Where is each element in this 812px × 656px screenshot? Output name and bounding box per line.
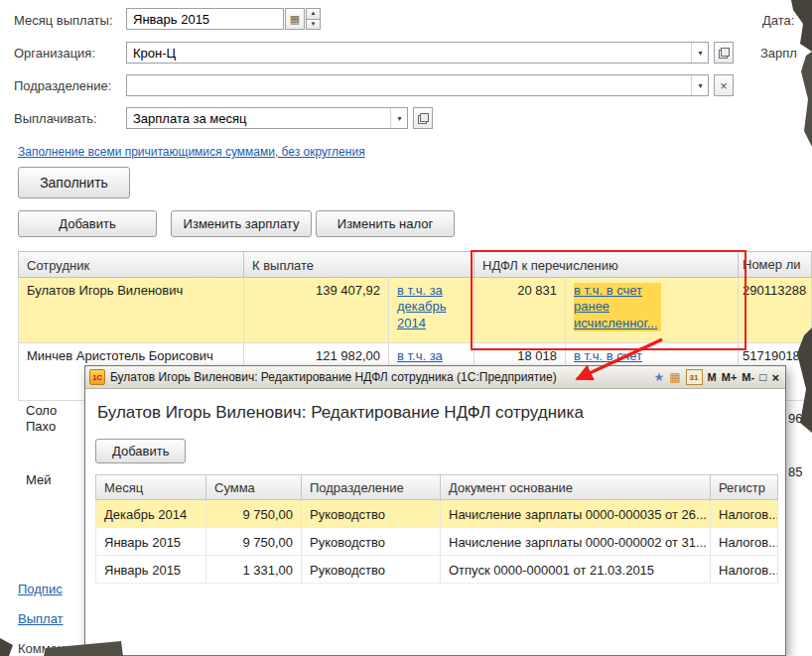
organization-dropdown[interactable]: ▾: [691, 43, 709, 63]
chevron-down-icon: ▾: [397, 114, 401, 123]
payment-link[interactable]: Выплат: [18, 611, 79, 626]
header-account[interactable]: Номер ли: [739, 251, 812, 278]
pay-mode-input[interactable]: [126, 107, 408, 129]
chevron-down-icon: ▾: [698, 49, 702, 58]
cell-department[interactable]: Руководство: [302, 556, 441, 584]
dialog-titlebar[interactable]: 1С Булатов Игорь Виленович: Редактирован…: [85, 366, 785, 389]
month-input[interactable]: [126, 8, 284, 30]
close-icon[interactable]: ×: [771, 371, 779, 384]
calendar-icon[interactable]: 31: [686, 369, 703, 385]
add-row-button[interactable]: Добавить: [18, 210, 157, 237]
memory-minus-button[interactable]: М-: [742, 371, 754, 383]
organization-open-button[interactable]: [714, 42, 734, 64]
department-label: Подразделение:: [14, 78, 111, 93]
dialog-add-button[interactable]: Добавить: [95, 439, 186, 463]
header-sum[interactable]: Сумма: [206, 474, 302, 500]
header-month[interactable]: Месяц: [95, 474, 206, 500]
active-cell-highlight: в т.ч. в счет ранее исчисленног...: [574, 283, 661, 331]
dialog-heading: Булатов Игорь Виленович: Редактирование …: [97, 403, 773, 423]
cell-document[interactable]: Отпуск 0000-000001 от 21.03.2015: [441, 556, 711, 584]
change-tax-button[interactable]: Изменить налог: [316, 210, 455, 237]
to-pay-detail-link[interactable]: в т.ч. за декабрь 2014: [397, 283, 467, 331]
salary-cut-label: Зарпл: [760, 46, 797, 61]
hidden-row-fragment: Соло: [26, 403, 57, 418]
cell-employee[interactable]: Булатов Игорь Виленович: [18, 278, 244, 343]
cell-to-pay-detail[interactable]: в т.ч. за декабрь 2014: [389, 278, 474, 343]
date-label: Дата:: [762, 13, 794, 28]
ndfl-detail-table: Месяц Сумма Подразделение Документ основ…: [95, 474, 778, 584]
detail-row[interactable]: Январь 2015 1 331,00 Руководство Отпуск …: [95, 556, 778, 584]
pay-mode-label: Выплачивать:: [14, 111, 97, 126]
department-input[interactable]: [126, 74, 709, 96]
1c-app-icon: 1С: [89, 369, 105, 385]
ndfl-detail-link[interactable]: в т.ч. в счет: [574, 348, 642, 363]
header-employee[interactable]: Сотрудник: [18, 251, 244, 278]
pay-mode-open-button[interactable]: [413, 107, 433, 129]
restore-window-icon[interactable]: □: [759, 371, 766, 383]
open-form-icon: [719, 48, 730, 59]
cell-sum[interactable]: 1 331,00: [206, 556, 302, 584]
cell-register[interactable]: Налогов...: [711, 500, 778, 528]
organization-input[interactable]: [126, 42, 709, 64]
chevron-down-icon: ▾: [698, 81, 702, 90]
header-to-pay[interactable]: К выплате: [244, 251, 474, 278]
comment-label: Коммен: [18, 641, 79, 656]
ndfl-detail-link[interactable]: в т.ч. в счет ранее исчисленног...: [574, 283, 658, 330]
fill-button[interactable]: Заполнить: [18, 167, 130, 198]
header-document[interactable]: Документ основание: [441, 474, 711, 500]
cell-document[interactable]: Начисление зарплаты 0000-000002 от 31...: [441, 528, 711, 556]
cell-register[interactable]: Налогов...: [711, 528, 778, 556]
cell-ndfl-detail[interactable]: в т.ч. в счет ранее исчисленног...: [566, 278, 739, 343]
to-pay-detail-link[interactable]: в т.ч. за: [397, 348, 467, 364]
hidden-account-fragment: 96: [788, 411, 802, 426]
cell-register[interactable]: Налогов...: [711, 556, 778, 584]
cell-department[interactable]: Руководство: [302, 500, 441, 528]
header-department[interactable]: Подразделение: [302, 474, 441, 500]
open-form-icon: [418, 113, 429, 124]
dialog-title: Булатов Игорь Виленович: Редактирование …: [110, 370, 648, 384]
organization-label: Организация:: [14, 46, 95, 61]
change-salary-button[interactable]: Изменить зарплату: [171, 210, 312, 237]
cell-ndfl[interactable]: 20 831: [474, 278, 566, 343]
cell-month[interactable]: Январь 2015: [95, 556, 206, 584]
month-label: Месяц выплаты:: [14, 13, 113, 28]
hidden-account-fragment: 85: [788, 464, 802, 479]
calendar-picker-button[interactable]: ▦: [285, 8, 305, 30]
fill-all-sums-link[interactable]: Заполнение всеми причитающимися суммами,…: [18, 145, 365, 159]
month-spinner[interactable]: ▲ ▼: [306, 8, 321, 30]
detail-row[interactable]: Декабрь 2014 9 750,00 Руководство Начисл…: [95, 500, 778, 528]
ndfl-edit-dialog: 1С Булатов Игорь Виленович: Редактирован…: [84, 365, 786, 656]
payroll-table-header: Сотрудник К выплате НДФЛ к перечислению …: [18, 251, 812, 278]
detail-row[interactable]: Январь 2015 9 750,00 Руководство Начисле…: [95, 528, 778, 556]
payroll-form-screen: Месяц выплаты: ▦ ▲ ▼ Дата: Организация: …: [0, 0, 812, 656]
signatures-link[interactable]: Подпис: [18, 582, 79, 596]
memory-button[interactable]: М: [708, 371, 717, 383]
cell-month[interactable]: Январь 2015: [95, 528, 206, 556]
detail-table-header: Месяц Сумма Подразделение Документ основ…: [95, 474, 778, 500]
department-clear-button[interactable]: ×: [714, 74, 734, 96]
favorites-star-icon[interactable]: ★: [653, 371, 664, 383]
header-ndfl[interactable]: НДФЛ к перечислению: [474, 251, 739, 278]
clear-x-icon: ×: [720, 78, 728, 93]
grid-icon[interactable]: ▦: [669, 371, 680, 383]
department-dropdown[interactable]: ▾: [691, 75, 709, 95]
cell-sum[interactable]: 9 750,00: [206, 500, 302, 528]
hidden-row-fragment: Мей: [26, 472, 51, 487]
cell-document[interactable]: Начисление зарплаты 0000-000035 от 26...: [441, 500, 711, 528]
pay-mode-dropdown[interactable]: ▾: [390, 108, 408, 128]
cell-to-pay[interactable]: 139 407,92: [244, 278, 389, 343]
cell-department[interactable]: Руководство: [302, 528, 441, 556]
cell-account[interactable]: 290113288: [739, 278, 812, 343]
memory-plus-button[interactable]: М+: [722, 371, 738, 383]
header-register[interactable]: Регистр: [711, 474, 778, 500]
hidden-row-fragment: Пахо: [26, 419, 56, 434]
spin-down-icon[interactable]: ▼: [306, 20, 321, 31]
spin-up-icon[interactable]: ▲: [306, 8, 321, 20]
calendar-grid-icon: ▦: [290, 13, 300, 26]
cell-sum[interactable]: 9 750,00: [206, 528, 302, 556]
dialog-body: Булатов Игорь Виленович: Редактирование …: [85, 389, 785, 593]
table-row-bulatov[interactable]: Булатов Игорь Виленович 139 407,92 в т.ч…: [18, 278, 812, 343]
cell-month[interactable]: Декабрь 2014: [95, 500, 206, 528]
